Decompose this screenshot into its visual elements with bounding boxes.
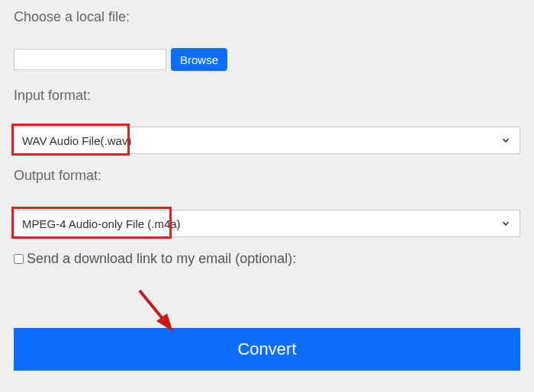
browse-button[interactable]: Browse bbox=[171, 48, 227, 71]
file-picker-row: Browse bbox=[14, 48, 520, 71]
output-format-select-wrap bbox=[14, 210, 520, 237]
choose-file-label: Choose a local file: bbox=[14, 9, 520, 25]
email-checkbox-row: Send a download link to my email (option… bbox=[14, 251, 520, 267]
file-input[interactable] bbox=[14, 49, 166, 70]
output-format-label: Output format: bbox=[14, 168, 520, 184]
input-format-select[interactable] bbox=[14, 127, 520, 154]
email-checkbox[interactable] bbox=[14, 254, 24, 264]
email-checkbox-label: Send a download link to my email (option… bbox=[27, 251, 296, 267]
svg-line-0 bbox=[140, 291, 167, 324]
convert-button[interactable]: Convert bbox=[14, 328, 520, 371]
input-format-select-wrap bbox=[14, 127, 520, 154]
input-format-label: Input format: bbox=[14, 88, 520, 104]
output-format-select[interactable] bbox=[14, 210, 520, 237]
